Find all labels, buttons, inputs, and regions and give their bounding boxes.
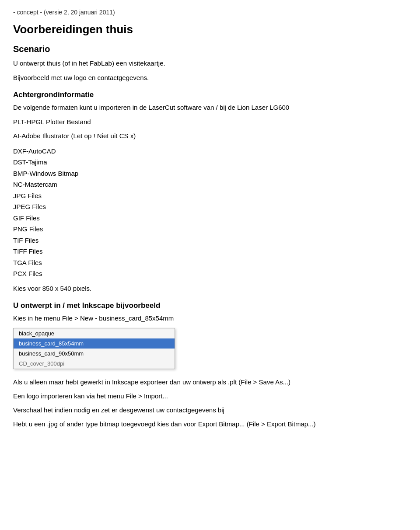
menu-item-cd-cover[interactable]: CD_cover_300dpi <box>14 359 175 369</box>
bottom-text-section: Als u alleen maar hebt gewerkt in Inksca… <box>13 377 407 429</box>
format-item-nc: NC-Mastercam <box>13 179 407 190</box>
inkscape-heading: U ontwerpt in / met Inkscape bijvoorbeel… <box>13 301 407 310</box>
background-heading: Achtergrondinformatie <box>13 91 407 99</box>
menu-item-black-opaque[interactable]: black_opaque <box>14 328 175 338</box>
import-note: Een logo importeren kan via het menu Fil… <box>13 391 407 401</box>
rescale-note: Verschaal het indien nodig en zet er des… <box>13 405 407 415</box>
format-item-tif: TIF Files <box>13 235 407 246</box>
background-intro: De volgende formaten kunt u importeren i… <box>13 103 407 113</box>
format-item-jpg: JPG Files <box>13 190 407 202</box>
format-list: DXF-AutoCAD DST-Tajima BMP-Windows Bitma… <box>13 146 407 279</box>
pixels-note: Kies voor 850 x 540 pixels. <box>13 284 407 294</box>
format-item-tga: TGA Files <box>13 257 407 268</box>
inkscape-menu-label: Kies in he menu File > New - business_ca… <box>13 314 407 324</box>
export-note: Als u alleen maar hebt gewerkt in Inksca… <box>13 377 407 387</box>
bitmap-note: Hebt u een .jpg of ander type bitmap toe… <box>13 419 407 429</box>
format-item-jpeg: JPEG Files <box>13 201 407 213</box>
scenario-text: U ontwerpt thuis (of in het FabLab) een … <box>13 59 407 69</box>
background-section: Achtergrondinformatie De volgende format… <box>13 91 407 293</box>
ai-adobe-text: AI-Adobe Illustrator (Let op ! <box>13 132 95 139</box>
plt-hpgl-line: PLT-HPGL Plotter Bestand <box>13 117 407 127</box>
inkscape-menu-mock: black_opaque business_card_85x54mm busin… <box>13 328 175 369</box>
format-item-dxf: DXF-AutoCAD <box>13 146 407 157</box>
scenario-heading: Scenario <box>13 44 407 54</box>
format-item-gif: GIF Files <box>13 213 407 224</box>
format-item-bmp: BMP-Windows Bitmap <box>13 168 407 179</box>
ai-note-text: Niet uit CS x) <box>97 132 136 139</box>
ai-adobe-line: AI-Adobe Illustrator (Let op ! Niet uit … <box>13 131 407 141</box>
menu-item-business-card-85x54[interactable]: business_card_85x54mm <box>14 338 175 349</box>
format-item-png: PNG Files <box>13 223 407 235</box>
format-item-pcx: PCX Files <box>13 268 407 279</box>
main-heading: Voorbereidingen thuis <box>13 23 407 36</box>
scenario-subtext: Bijvoorbeeld met uw logo en contactgegev… <box>13 73 407 83</box>
main-title-section: Voorbereidingen thuis <box>13 23 407 36</box>
format-item-dst: DST-Tajima <box>13 157 407 168</box>
format-item-tiff: TIFF Files <box>13 246 407 257</box>
scenario-section: Scenario U ontwerpt thuis (of in het Fab… <box>13 44 407 83</box>
inkscape-section: U ontwerpt in / met Inkscape bijvoorbeel… <box>13 301 407 369</box>
menu-item-business-card-90x50[interactable]: business_card_90x50mm <box>14 349 175 359</box>
version-line: - concept - (versie 2, 20 januari 2011) <box>13 9 407 16</box>
